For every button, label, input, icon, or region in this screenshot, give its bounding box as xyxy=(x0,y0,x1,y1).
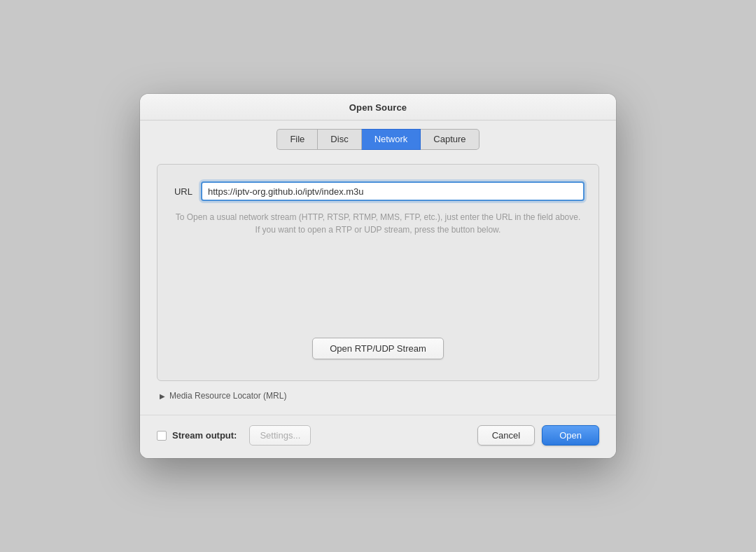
tab-disc[interactable]: Disc xyxy=(317,129,360,150)
mrl-label: Media Resource Locator (MRL) xyxy=(169,391,286,401)
rtp-udp-button[interactable]: Open RTP/UDP Stream xyxy=(312,338,444,359)
network-hint: To Open a usual network stream (HTTP, RT… xyxy=(175,211,581,236)
bottom-bar: Stream output: Settings... Cancel Open xyxy=(140,415,616,458)
stream-output-label: Stream output: xyxy=(172,430,237,441)
mrl-toggle[interactable]: ▶ Media Resource Locator (MRL) xyxy=(160,391,596,401)
tab-file[interactable]: File xyxy=(276,129,317,150)
stream-output-checkbox[interactable] xyxy=(157,431,167,441)
url-label: URL xyxy=(172,186,192,197)
url-input[interactable] xyxy=(201,181,584,201)
settings-button[interactable]: Settings... xyxy=(249,425,311,446)
open-button[interactable]: Open xyxy=(542,425,599,446)
open-source-dialog: Open Source File Disc Network Capture UR… xyxy=(140,94,616,458)
dialog-title: Open Source xyxy=(154,102,602,113)
content-area: URL To Open a usual network stream (HTTP… xyxy=(140,150,616,415)
mrl-arrow-icon: ▶ xyxy=(160,392,165,400)
network-panel: URL To Open a usual network stream (HTTP… xyxy=(157,164,599,381)
tab-network[interactable]: Network xyxy=(361,129,421,150)
tab-bar: File Disc Network Capture xyxy=(140,120,616,150)
title-bar: Open Source xyxy=(140,94,616,120)
tab-capture[interactable]: Capture xyxy=(421,129,479,150)
stream-output-section: Stream output: Settings... xyxy=(157,425,477,446)
bottom-buttons: Cancel Open xyxy=(477,425,599,446)
url-row: URL xyxy=(172,181,584,201)
mrl-section: ▶ Media Resource Locator (MRL) xyxy=(157,391,599,401)
cancel-button[interactable]: Cancel xyxy=(477,425,535,446)
